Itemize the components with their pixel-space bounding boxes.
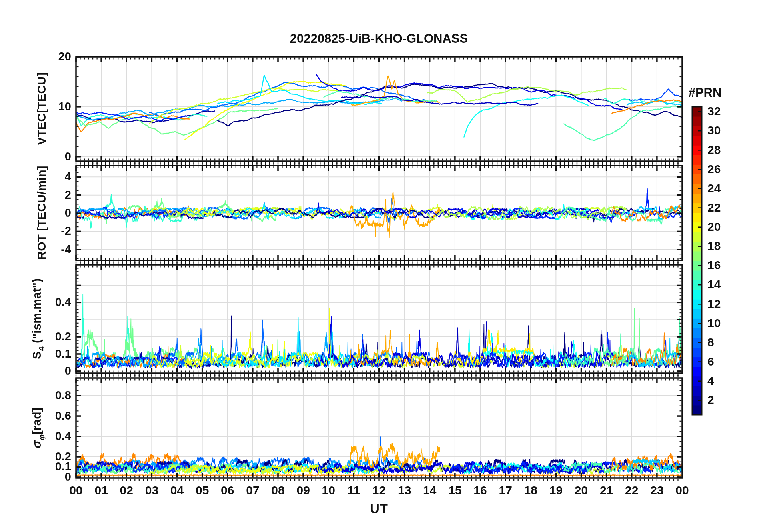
- chart-canvas: [0, 0, 761, 532]
- chart-title: 20220825-UiB-KHO-GLONASS: [290, 32, 468, 46]
- s4-label-rest: ("ism.mat"): [30, 278, 43, 346]
- sigma-label-rest: [rad]: [30, 408, 43, 434]
- figure-20220825-uib-kho-glonass: 20220825-UiB-KHO-GLONASS VTEC[TECU] ROT …: [0, 0, 761, 532]
- sigma-label-subscript: φ: [37, 434, 46, 440]
- x-axis-label: UT: [370, 501, 388, 516]
- colorbar-title: #PRN: [689, 86, 722, 100]
- s4-label-subscript: 4: [37, 346, 46, 351]
- y-axis-label-sigma-phi: σφ[rad]: [30, 408, 46, 448]
- s4-label-main: S: [30, 351, 43, 359]
- y-axis-label-rot: ROT [TECU/min]: [35, 166, 48, 260]
- y-axis-label-s4: S4 ("ism.mat"): [30, 278, 46, 359]
- y-axis-label-vtec: VTEC[TECU]: [35, 72, 48, 145]
- sigma-label-main: σ: [30, 440, 43, 448]
